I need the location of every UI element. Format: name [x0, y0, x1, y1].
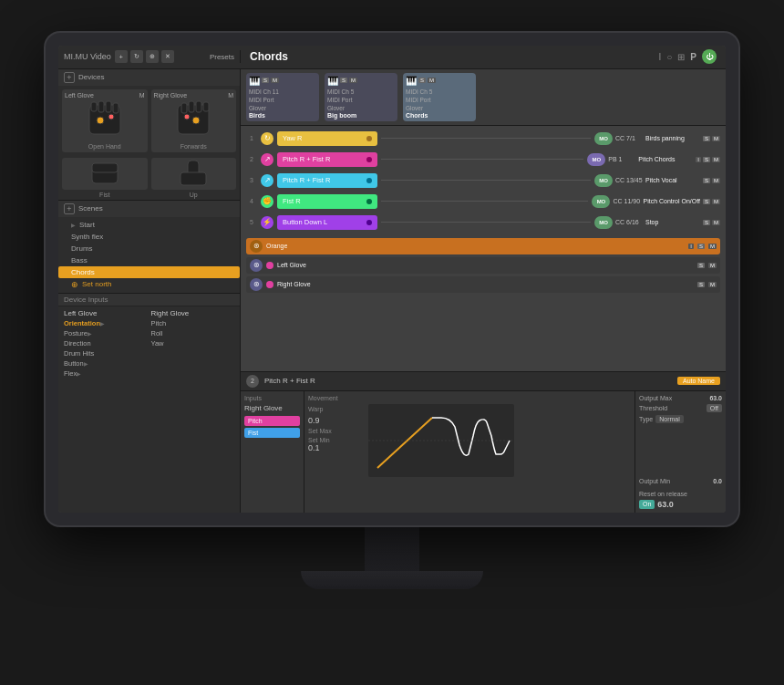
link-icon[interactable]: ⊕	[146, 50, 159, 63]
mapping-num-4: 4	[246, 198, 257, 204]
input-roll[interactable]: Roll	[150, 328, 237, 338]
output-s-4[interactable]: S	[703, 199, 710, 204]
input-orientation[interactable]: Orientation ▶	[62, 318, 150, 328]
up-svg	[177, 160, 210, 187]
input-drumhits[interactable]: Drum Hits	[62, 348, 150, 358]
instrument-chords-top: 🎹 S M	[406, 76, 473, 86]
mapping-num-2: 2	[246, 156, 257, 162]
close-icon[interactable]: ✕	[161, 50, 174, 63]
right-glove-inputs: Right Glove Pitch Roll Yaw	[150, 308, 237, 379]
bp-tag-pitch-label: Pitch	[248, 418, 263, 424]
right-glove-svg	[170, 100, 216, 140]
presets-label[interactable]: Presets	[210, 53, 234, 61]
output-m-3[interactable]: M	[712, 178, 720, 183]
orange-s-badge[interactable]: S	[697, 244, 705, 249]
output-m-4[interactable]: M	[712, 199, 720, 204]
threshold-button[interactable]: Off	[707, 404, 722, 412]
orange-m-badge[interactable]: M	[708, 244, 717, 249]
type-row: Type Normal	[639, 415, 722, 423]
bp-tag-pitch[interactable]: Pitch	[244, 416, 300, 426]
output-sm-5: S M	[703, 220, 720, 225]
monitor-bezel: MI.MU Video + ↻ ⊕ ✕ Presets Chords I	[46, 33, 738, 525]
birds-m-badge[interactable]: M	[271, 78, 279, 83]
orientation-arrow: ▶	[100, 320, 105, 327]
output-s-5[interactable]: S	[703, 220, 710, 225]
birds-s-badge[interactable]: S	[262, 78, 269, 83]
orange-i-badge[interactable]: I	[688, 244, 694, 249]
scene-item-chords[interactable]: Chords	[58, 266, 240, 278]
mapping-bar-3[interactable]: Pitch R + Fist R	[277, 173, 377, 188]
output-s-2[interactable]: S	[703, 157, 710, 162]
warp-val[interactable]: 0.9	[308, 416, 363, 425]
output-max-val[interactable]: 63.0	[709, 395, 722, 401]
input-yaw[interactable]: Yaw	[150, 338, 237, 348]
reset-on-button[interactable]: On	[639, 500, 655, 509]
left-glove-dot	[266, 262, 273, 269]
left-glove-inputs: Left Glove Orientation ▶ Posture ▶	[62, 308, 150, 379]
scene-item-setnorth[interactable]: ⊕ Set north	[58, 278, 240, 291]
lg-s-badge[interactable]: S	[697, 263, 705, 268]
input-direction[interactable]: Direction	[62, 338, 150, 348]
instrument-bigboom: 🎹 S M MIDI Ch 5 MIDI Port Glover	[325, 73, 397, 121]
instrument-birds-info: MIDI Ch 11 MIDI Port Glover	[249, 88, 316, 112]
input-button[interactable]: Button ▶	[62, 358, 150, 368]
add-device-button[interactable]: +	[64, 72, 75, 83]
bigboom-midi-port: MIDI Port	[327, 96, 395, 104]
lg-m-badge[interactable]: M	[708, 263, 717, 268]
set-min-label[interactable]: Set Min	[308, 437, 363, 443]
output-sm-1: S M	[703, 136, 720, 141]
scene-item-start[interactable]: ▶ Start	[58, 219, 240, 231]
power-button[interactable]: ⏻	[702, 49, 717, 64]
output-min-val[interactable]: 0.0	[713, 478, 722, 484]
chords-s-badge[interactable]: S	[418, 78, 426, 83]
output-s-3[interactable]: S	[703, 178, 710, 183]
mapping-icon-5: ⚡	[261, 216, 273, 229]
scene-label-setnorth: Set north	[82, 280, 111, 288]
bp-auto-button[interactable]: Auto Name	[677, 377, 720, 385]
svg-point-5	[97, 117, 104, 124]
mappings-area: 1 ↻ Yaw R MO CC 7/1	[241, 126, 726, 371]
bigboom-s-badge[interactable]: S	[340, 78, 347, 83]
output-m-1[interactable]: M	[712, 136, 720, 141]
rg-s-badge[interactable]: S	[697, 282, 705, 287]
chords-m-badge[interactable]: M	[428, 78, 436, 83]
top-bar: MI.MU Video + ↻ ⊕ ✕ Presets Chords I	[58, 46, 726, 69]
scene-item-synthflex[interactable]: Synth flex	[58, 231, 240, 243]
left-glove-m[interactable]: M	[139, 92, 145, 99]
bigboom-m-badge[interactable]: M	[349, 78, 357, 83]
bp-num: 2	[251, 378, 254, 384]
add-icon[interactable]: +	[115, 50, 128, 63]
input-posture[interactable]: Posture ▶	[62, 328, 150, 338]
right-glove-m[interactable]: M	[228, 92, 233, 99]
refresh-icon[interactable]: ↻	[130, 50, 143, 63]
scene-item-bass[interactable]: Bass	[58, 254, 240, 266]
mapping-bar-1[interactable]: Yaw R	[277, 131, 377, 146]
output-m-2[interactable]: M	[712, 157, 720, 162]
mappings-outputs-area: 1 ↻ Yaw R MO CC 7/1	[241, 126, 726, 371]
mapping-row-3: 3 ↗ Pitch R + Fist R MO C	[246, 171, 720, 190]
connector-4	[381, 201, 588, 202]
mapping-bar-4[interactable]: Fist R	[277, 194, 377, 209]
posture-arrow: ▶	[88, 330, 92, 337]
top-bar-icons: + ↻ ⊕ ✕	[115, 50, 174, 63]
set-min-val[interactable]: 0.1	[308, 443, 363, 452]
mapping-bar-5[interactable]: Button Down L	[277, 215, 377, 230]
top-bar-main: Chords I ○ ⊞ P ⏻	[241, 49, 726, 64]
output-m-5[interactable]: M	[712, 220, 720, 225]
output-i-2[interactable]: I	[696, 157, 701, 162]
type-value[interactable]: Normal	[655, 415, 684, 423]
input-pitch[interactable]: Pitch	[150, 318, 237, 328]
svg-rect-15	[92, 163, 118, 172]
set-max-label[interactable]: Set Max	[308, 428, 363, 434]
mapping-bar-2[interactable]: Pitch R + Fist R	[277, 152, 377, 167]
output-s-1[interactable]: S	[703, 136, 710, 141]
rg-m-badge[interactable]: M	[708, 282, 717, 287]
screen-content: MI.MU Video + ↻ ⊕ ✕ Presets Chords I	[58, 46, 726, 513]
scene-item-drums[interactable]: Drums	[58, 243, 240, 254]
input-flex[interactable]: Flex ▶	[62, 368, 150, 379]
mapping-row-1: 1 ↻ Yaw R MO CC 7/1	[246, 130, 720, 148]
bp-tag-fist[interactable]: Fist	[244, 428, 300, 438]
scenes-section: + Scenes ▶ Start Synth flex	[58, 201, 240, 294]
devices-header: + Devices	[58, 69, 240, 86]
add-scene-button[interactable]: +	[64, 203, 75, 214]
